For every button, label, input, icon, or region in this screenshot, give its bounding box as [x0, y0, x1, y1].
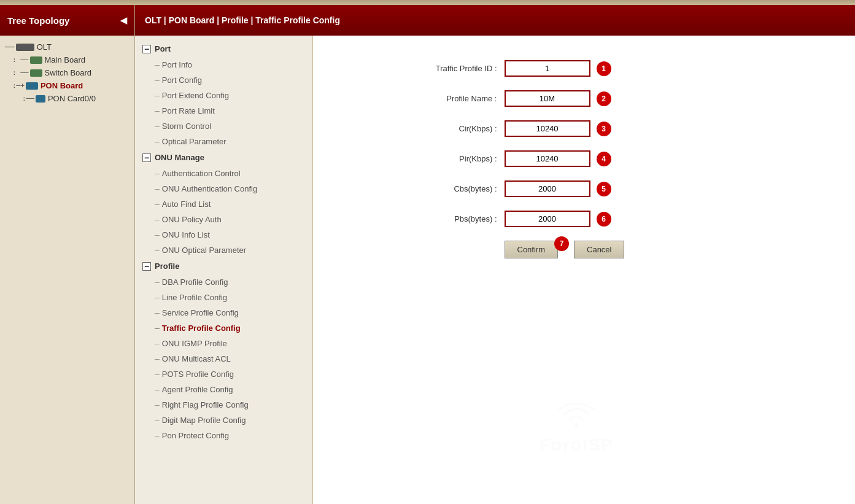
- form-row-cir-kbps: Cir(Kbps) : 3: [394, 120, 762, 137]
- profile-collapse-icon: −: [142, 262, 151, 271]
- input-wrapper-pbs-bytes: 6: [505, 211, 611, 227]
- input-pbs-bytes[interactable]: [505, 211, 590, 227]
- nav-item-storm-control[interactable]: Storm Control: [135, 118, 312, 134]
- form-row-pir-kbps: Pir(Kbps) : 4: [394, 150, 762, 167]
- nav-item-onu-policy-auth[interactable]: ONU Policy Auth: [135, 212, 312, 227]
- tree-label-pon-board: PON Board: [41, 81, 83, 90]
- nav-section-port-items: Port Info Port Config Port Extend Config…: [135, 57, 312, 149]
- wifi-icon: [558, 400, 595, 435]
- nav-section-profile[interactable]: − Profile: [135, 258, 312, 274]
- nav-item-port-rate-limit[interactable]: Port Rate Limit: [135, 103, 312, 118]
- nav-item-onu-igmp-profile[interactable]: ONU IGMP Profile: [135, 336, 312, 351]
- nav-item-agent-profile-config[interactable]: Agent Profile Config: [135, 382, 312, 397]
- nav-section-port[interactable]: − Port: [135, 41, 312, 57]
- nav-item-service-profile-config[interactable]: Service Profile Config: [135, 305, 312, 320]
- nav-item-port-extend-config[interactable]: Port Extend Config: [135, 88, 312, 103]
- input-pir-kbps[interactable]: [505, 150, 590, 167]
- nav-section-profile-items: DBA Profile Config Line Profile Config S…: [135, 274, 312, 443]
- nav-panel: − Port Port Info Port Config Port Extend…: [135, 36, 313, 504]
- input-cir-kbps[interactable]: [505, 120, 590, 137]
- nav-item-traffic-profile-config[interactable]: Traffic Profile Config: [135, 320, 312, 336]
- input-wrapper-cbs-bytes: 5: [505, 180, 611, 197]
- input-wrapper-pir-kbps: 4: [505, 150, 611, 167]
- nav-item-port-info[interactable]: Port Info: [135, 57, 312, 72]
- form-row-pbs-bytes: Pbs(bytes) : 6: [394, 211, 762, 227]
- label-pir-kbps: Pir(Kbps) :: [394, 154, 505, 163]
- input-traffic-profile-id[interactable]: [505, 60, 590, 77]
- nav-item-onu-auth-config[interactable]: ONU Authentication Config: [135, 181, 312, 196]
- input-wrapper-traffic-profile-id: 1: [505, 60, 611, 77]
- nav-item-port-config[interactable]: Port Config: [135, 72, 312, 88]
- tree-item-olt[interactable]: ── OLT: [2, 41, 132, 53]
- label-cir-kbps: Cir(Kbps) :: [394, 124, 505, 133]
- nav-item-authentication-control[interactable]: Authentication Control: [135, 166, 312, 181]
- badge-4: 4: [597, 152, 611, 166]
- input-wrapper-cir-kbps: 3: [505, 120, 611, 137]
- nav-item-auto-find-list[interactable]: Auto Find List: [135, 196, 312, 212]
- nav-item-digit-map-profile-config[interactable]: Digit Map Profile Config: [135, 413, 312, 428]
- tree-label-pon-card: PON Card0/0: [48, 94, 96, 103]
- watermark: ForoISP: [540, 400, 614, 455]
- switch-board-icon: [30, 69, 42, 77]
- nav-section-profile-label: Profile: [155, 262, 179, 271]
- port-collapse-icon: −: [142, 45, 151, 53]
- tree-item-main-board[interactable]: : ── Main Board: [2, 53, 132, 66]
- nav-section-onu-manage-label: ONU Manage: [155, 153, 204, 162]
- nav-section-onu-manage-items: Authentication Control ONU Authenticatio…: [135, 166, 312, 258]
- tree-content: ── OLT : ── Main Board : ── Switch Board…: [0, 36, 134, 504]
- nav-section-onu-manage[interactable]: − ONU Manage: [135, 149, 312, 166]
- badge-1: 1: [597, 61, 611, 76]
- tree-label-main-board: Main Board: [45, 55, 85, 64]
- main-board-icon: [30, 56, 42, 64]
- input-cbs-bytes[interactable]: [505, 180, 590, 197]
- nav-item-pon-protect-config[interactable]: Pon Protect Config: [135, 428, 312, 443]
- label-traffic-profile-id: Traffic Profile ID :: [394, 64, 505, 73]
- sidebar-title: Tree Topology: [7, 15, 69, 26]
- nav-item-right-flag-profile-config[interactable]: Right Flag Profile Config: [135, 397, 312, 413]
- pon-card-icon: [36, 95, 45, 103]
- badge-2: 2: [597, 91, 611, 106]
- label-profile-name: Profile Name :: [394, 94, 505, 103]
- cancel-button[interactable]: Cancel: [574, 241, 624, 258]
- nav-item-onu-optical-parameter[interactable]: ONU Optical Parameter: [135, 242, 312, 258]
- tree-item-switch-board[interactable]: : ── Switch Board: [2, 66, 132, 79]
- tree-item-pon-board[interactable]: :─+ PON Board: [2, 79, 132, 92]
- confirm-button[interactable]: Confirm: [505, 241, 559, 258]
- nav-item-pots-profile-config[interactable]: POTS Profile Config: [135, 366, 312, 382]
- form-row-traffic-profile-id: Traffic Profile ID : 1: [394, 60, 762, 77]
- breadcrumb: OLT | PON Board | Profile | Traffic Prof…: [135, 5, 855, 36]
- nav-item-onu-info-list[interactable]: ONU Info List: [135, 227, 312, 242]
- sidebar-collapse-arrow[interactable]: ◀: [120, 15, 127, 25]
- badge-5: 5: [597, 182, 611, 196]
- sidebar-header: Tree Topology ◀: [0, 5, 134, 36]
- badge-6: 6: [597, 212, 611, 227]
- pon-board-icon: [26, 82, 38, 90]
- nav-item-onu-multicast-acl[interactable]: ONU Multicast ACL: [135, 351, 312, 366]
- input-wrapper-profile-name: 2: [505, 90, 611, 107]
- nav-item-line-profile-config[interactable]: Line Profile Config: [135, 290, 312, 305]
- label-cbs-bytes: Cbs(bytes) :: [394, 184, 505, 193]
- nav-item-optical-parameter[interactable]: Optical Parameter: [135, 134, 312, 149]
- label-pbs-bytes: Pbs(bytes) :: [394, 214, 505, 223]
- svg-point-0: [575, 424, 578, 427]
- badge-3: 3: [597, 122, 611, 136]
- tree-label-olt: OLT: [37, 42, 52, 52]
- form-row-cbs-bytes: Cbs(bytes) : 5: [394, 180, 762, 197]
- form-row-profile-name: Profile Name : 2: [394, 90, 762, 107]
- form-area: Traffic Profile ID : 1 Profile Name : 2: [313, 36, 855, 504]
- form-buttons: Confirm 7 Cancel: [394, 241, 762, 258]
- tree-item-pon-card[interactable]: :── PON Card0/0: [2, 92, 132, 105]
- nav-section-port-label: Port: [155, 44, 171, 53]
- badge-7: 7: [554, 236, 569, 251]
- olt-icon: [16, 44, 34, 51]
- tree-label-switch-board: Switch Board: [45, 68, 92, 77]
- input-profile-name[interactable]: [505, 90, 590, 107]
- nav-item-dba-profile-config[interactable]: DBA Profile Config: [135, 274, 312, 290]
- watermark-text: ForoISP: [540, 435, 614, 455]
- breadcrumb-text: OLT | PON Board | Profile | Traffic Prof…: [145, 15, 340, 25]
- onu-manage-collapse-icon: −: [142, 153, 151, 162]
